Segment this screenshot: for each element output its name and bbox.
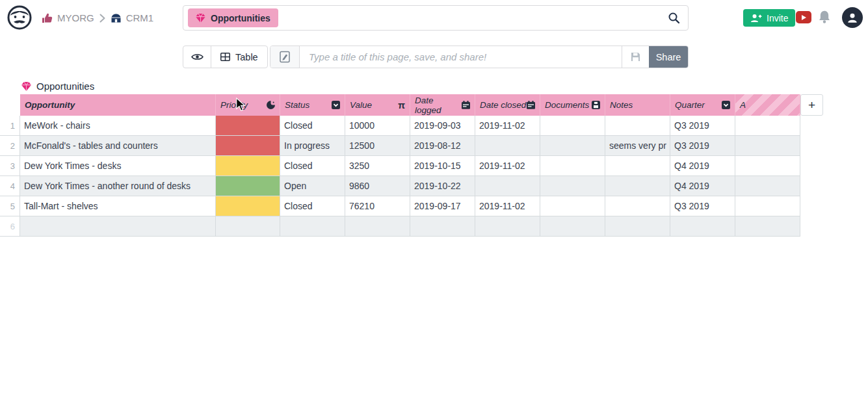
cell-date-closed[interactable] bbox=[475, 136, 540, 155]
column-header-date-logged[interactable]: Date logged bbox=[410, 94, 475, 116]
notifications-bell-icon[interactable] bbox=[817, 10, 832, 27]
row-number[interactable]: 1 bbox=[0, 116, 20, 135]
breadcrumb-doc[interactable]: CRM1 bbox=[111, 12, 154, 23]
cell-priority[interactable] bbox=[216, 196, 280, 216]
cell-documents[interactable] bbox=[540, 136, 605, 155]
account-avatar[interactable] bbox=[842, 7, 863, 28]
cell-opportunity[interactable]: McFonald's - tables and counters bbox=[20, 136, 216, 155]
cell-notes[interactable]: seems very pr bbox=[605, 136, 670, 155]
column-header-documents[interactable]: Documents bbox=[540, 94, 605, 116]
cell-quarter[interactable]: Q3 2019 bbox=[670, 196, 735, 216]
cell-notes[interactable] bbox=[605, 156, 670, 176]
cell-documents[interactable] bbox=[540, 196, 605, 216]
app-logo[interactable] bbox=[7, 5, 32, 30]
cell-date-logged[interactable]: 2019-09-17 bbox=[410, 196, 475, 216]
cell-a[interactable] bbox=[735, 136, 800, 155]
column-label: Documents bbox=[545, 100, 589, 110]
cell-opportunity[interactable] bbox=[20, 216, 216, 236]
cell-opportunity[interactable]: Dew York Times - desks bbox=[20, 156, 216, 176]
page-search-box[interactable]: Opportunities bbox=[183, 5, 689, 31]
cell-quarter[interactable]: Q4 2019 bbox=[670, 176, 735, 196]
building-icon bbox=[111, 13, 122, 23]
column-header-notes[interactable]: Notes bbox=[605, 94, 670, 116]
cell-a[interactable] bbox=[735, 116, 800, 135]
cell-status[interactable]: Open bbox=[280, 176, 345, 196]
cell-quarter[interactable]: Q3 2019 bbox=[670, 136, 735, 155]
cell-value[interactable]: 9860 bbox=[345, 176, 410, 196]
cell-a[interactable] bbox=[735, 196, 800, 216]
cell-priority[interactable] bbox=[216, 136, 280, 155]
cell-date-closed[interactable] bbox=[475, 176, 540, 196]
cell-value[interactable]: 3250 bbox=[345, 156, 410, 176]
cell-notes[interactable] bbox=[605, 196, 670, 216]
cell-status[interactable]: In progress bbox=[280, 136, 345, 155]
cell-date-logged[interactable]: 2019-10-15 bbox=[410, 156, 475, 176]
cell-priority[interactable] bbox=[216, 116, 280, 135]
column-header-quarter[interactable]: Quarter bbox=[670, 94, 735, 116]
cell-a[interactable] bbox=[735, 156, 800, 176]
cell-notes[interactable] bbox=[605, 116, 670, 135]
cell-a[interactable] bbox=[735, 216, 800, 236]
column-header-priority[interactable]: Priority bbox=[216, 94, 280, 116]
cell-opportunity[interactable]: Dew York Times - another round of desks bbox=[20, 176, 216, 196]
cell-date-closed[interactable]: 2019-11-02 bbox=[475, 156, 540, 176]
view-type-table-button[interactable]: Table bbox=[211, 46, 267, 68]
cell-value[interactable]: 12500 bbox=[345, 136, 410, 155]
row-number[interactable]: 2 bbox=[0, 136, 20, 155]
cell-value[interactable]: 76210 bbox=[345, 196, 410, 216]
visibility-eye-button[interactable] bbox=[183, 46, 211, 68]
cell-date-closed[interactable]: 2019-11-02 bbox=[475, 116, 540, 135]
cell-notes[interactable] bbox=[605, 176, 670, 196]
column-header-value[interactable]: Value π bbox=[345, 94, 410, 116]
page-title-input[interactable] bbox=[300, 46, 622, 68]
table-row: 2 McFonald's - tables and counters In pr… bbox=[0, 136, 800, 156]
cell-priority[interactable] bbox=[216, 156, 280, 176]
column-header-status[interactable]: Status bbox=[280, 94, 345, 116]
cell-opportunity[interactable]: Tall-Mart - shelves bbox=[20, 196, 216, 216]
page-document-button[interactable] bbox=[270, 46, 300, 68]
row-number[interactable]: 5 bbox=[0, 196, 20, 216]
cell-status[interactable] bbox=[280, 216, 345, 236]
cell-date-closed[interactable]: 2019-11-02 bbox=[475, 196, 540, 216]
cell-date-logged[interactable]: 2019-08-12 bbox=[410, 136, 475, 155]
row-number[interactable]: 6 bbox=[0, 216, 20, 236]
cell-documents[interactable] bbox=[540, 216, 605, 236]
cell-status[interactable]: Closed bbox=[280, 116, 345, 135]
column-header-opportunity[interactable]: Opportunity bbox=[20, 94, 216, 116]
add-column-button[interactable]: + bbox=[800, 94, 823, 116]
cell-notes[interactable] bbox=[605, 216, 670, 236]
column-header-date-closed[interactable]: Date closed bbox=[475, 94, 540, 116]
cell-value[interactable] bbox=[345, 216, 410, 236]
youtube-icon[interactable] bbox=[796, 11, 811, 23]
cell-documents[interactable] bbox=[540, 176, 605, 196]
cell-date-logged[interactable] bbox=[410, 216, 475, 236]
cell-a[interactable] bbox=[735, 176, 800, 196]
cell-opportunity[interactable]: MeWork - chairs bbox=[20, 116, 216, 135]
share-button[interactable]: Share bbox=[649, 46, 688, 68]
cell-priority[interactable] bbox=[216, 176, 280, 196]
table-row: 4 Dew York Times - another round of desk… bbox=[0, 176, 800, 196]
cell-documents[interactable] bbox=[540, 116, 605, 135]
row-number[interactable]: 3 bbox=[0, 156, 20, 176]
cell-status[interactable]: Closed bbox=[280, 196, 345, 216]
calendar-icon bbox=[462, 101, 470, 109]
cell-date-closed[interactable] bbox=[475, 216, 540, 236]
invite-button[interactable]: Invite bbox=[743, 9, 795, 27]
cell-status[interactable]: Closed bbox=[280, 156, 345, 176]
breadcrumb-org[interactable]: MYORG bbox=[42, 12, 94, 23]
cell-quarter[interactable]: Q4 2019 bbox=[670, 156, 735, 176]
search-icon[interactable] bbox=[668, 12, 680, 24]
cell-quarter[interactable] bbox=[670, 216, 735, 236]
save-button[interactable] bbox=[622, 46, 649, 68]
table-row: 5 Tall-Mart - shelves Closed 76210 2019-… bbox=[0, 196, 800, 216]
cell-date-logged[interactable]: 2019-09-03 bbox=[410, 116, 475, 135]
cell-quarter[interactable]: Q3 2019 bbox=[670, 116, 735, 135]
cell-date-logged[interactable]: 2019-10-22 bbox=[410, 176, 475, 196]
page-tag[interactable]: Opportunities bbox=[188, 8, 278, 27]
row-number[interactable]: 4 bbox=[0, 176, 20, 196]
cell-priority[interactable] bbox=[216, 216, 280, 236]
cell-value[interactable]: 10000 bbox=[345, 116, 410, 135]
column-header-a[interactable]: A bbox=[735, 94, 800, 116]
table-row: 3 Dew York Times - desks Closed 3250 201… bbox=[0, 156, 800, 176]
cell-documents[interactable] bbox=[540, 156, 605, 176]
